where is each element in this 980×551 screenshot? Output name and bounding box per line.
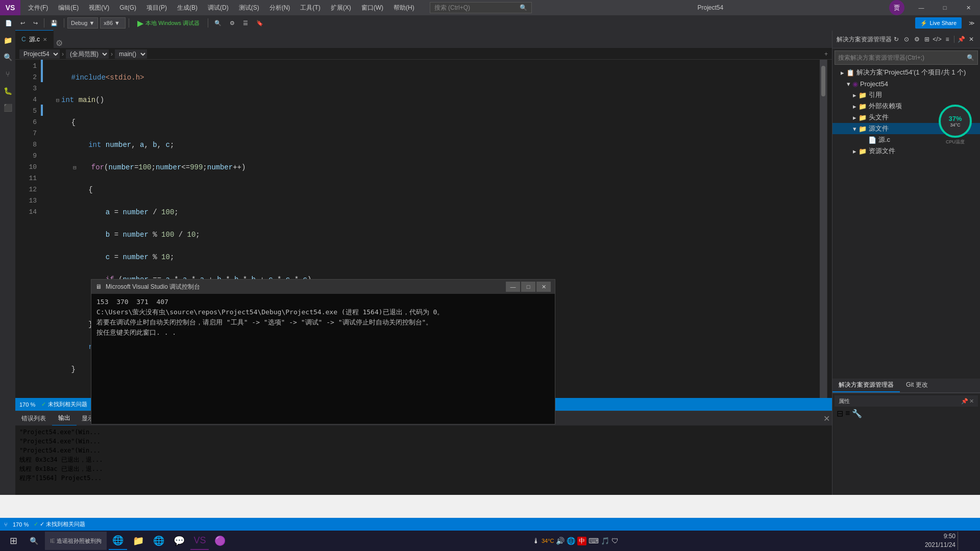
menu-help[interactable]: 帮助(H) bbox=[388, 0, 420, 15]
se-settings-icon[interactable]: ≡ bbox=[943, 35, 952, 44]
menu-test[interactable]: 测试(S) bbox=[234, 0, 264, 15]
menu-bar[interactable]: 文件(F) 编辑(E) 视图(V) Git(G) 项目(P) 生成(B) 调试(… bbox=[23, 0, 420, 15]
tray-sound-icon[interactable]: 🔊 bbox=[556, 537, 565, 545]
menu-window[interactable]: 窗口(W) bbox=[356, 0, 388, 15]
prop-close-icon[interactable]: ✕ bbox=[969, 398, 974, 405]
prop-icon-2[interactable]: ≡ bbox=[845, 409, 850, 418]
breadcrumb-project[interactable]: Project54 bbox=[19, 49, 60, 59]
taskbar-news[interactable]: IE 造谣祖孙照被刑拘 bbox=[45, 532, 107, 550]
tray-language-icon[interactable]: 中 bbox=[577, 537, 586, 545]
tab-source-c[interactable]: C 源.c ✕ bbox=[15, 30, 54, 48]
clock-date: 2021/11/24 bbox=[925, 541, 955, 549]
tray-temp-icon[interactable]: 🌡 bbox=[532, 537, 540, 545]
editor-scrollbar[interactable] bbox=[820, 60, 827, 398]
user-avatar[interactable]: 贾 bbox=[889, 0, 904, 15]
menu-edit[interactable]: 编辑(E) bbox=[53, 0, 84, 15]
taskbar-clock[interactable]: 9:50 2021/11/24 bbox=[925, 532, 955, 549]
output-close-icon[interactable]: ✕ bbox=[821, 414, 832, 423]
se-search-bar[interactable]: 搜索解决方案资源管理器(Ctrl+;) 🔍 bbox=[835, 51, 978, 65]
menu-view[interactable]: 视图(V) bbox=[84, 0, 114, 15]
dc-maximize-button[interactable]: □ bbox=[521, 282, 535, 292]
close-button[interactable]: ✕ bbox=[957, 0, 980, 15]
window-controls[interactable]: — □ ✕ bbox=[910, 0, 980, 15]
debug-config-dropdown[interactable]: Debug ▼ bbox=[67, 17, 98, 29]
toolbar-icon-2[interactable]: ⚙ bbox=[227, 17, 238, 29]
activity-debug[interactable]: 🐛 bbox=[1, 84, 15, 98]
tray-shield-icon[interactable]: 🛡 bbox=[611, 537, 619, 545]
tree-project[interactable]: ▾ ◉ Project54 bbox=[832, 78, 980, 89]
dc-minimize-button[interactable]: — bbox=[506, 282, 520, 292]
se-code-icon[interactable]: </> bbox=[933, 35, 942, 44]
tab-error-list[interactable]: 错误列表 bbox=[15, 411, 52, 425]
toolbar-expand-button[interactable]: ≫ bbox=[966, 17, 978, 29]
menu-analyze[interactable]: 分析(N) bbox=[264, 0, 296, 15]
tray-network-icon[interactable]: 🌐 bbox=[567, 537, 575, 545]
menu-git[interactable]: Git(G) bbox=[114, 0, 141, 15]
activity-extensions[interactable]: ⬛ bbox=[1, 101, 15, 115]
maximize-button[interactable]: □ bbox=[933, 0, 957, 15]
taskbar-ie[interactable]: 🌐 bbox=[109, 532, 127, 550]
debug-console-content: 153 370 371 407 C:\Users\萤火没有虫\source\re… bbox=[91, 294, 555, 424]
se-sync-icon[interactable]: ↻ bbox=[892, 35, 901, 44]
breadcrumb-scope[interactable]: (全局范围) bbox=[66, 49, 109, 59]
save-button[interactable]: 💾 bbox=[47, 17, 61, 29]
search-button[interactable]: 🔍 bbox=[24, 532, 43, 550]
redo-button[interactable]: ↪ bbox=[30, 17, 41, 29]
show-desktop-button[interactable] bbox=[958, 532, 976, 550]
se-filter-icon[interactable]: ⚙ bbox=[912, 35, 921, 44]
zoom-level[interactable]: 170 % bbox=[19, 402, 35, 408]
tab-settings-icon[interactable]: ⚙ bbox=[56, 38, 63, 48]
se-tab-explorer[interactable]: 解决方案资源管理器 bbox=[832, 379, 900, 392]
dc-close-button[interactable]: ✕ bbox=[536, 282, 551, 292]
run-button[interactable]: ▶ 本地 Windows 调试器 bbox=[132, 17, 205, 29]
activity-explorer[interactable]: 📁 bbox=[1, 33, 15, 47]
new-file-button[interactable]: 📄 bbox=[2, 17, 15, 29]
tray-audio-icon[interactable]: 🎵 bbox=[601, 537, 609, 545]
menu-extensions[interactable]: 扩展(X) bbox=[326, 0, 356, 15]
menu-build[interactable]: 生成(B) bbox=[172, 0, 203, 15]
debug-console-window: 🖥 Microsoft Visual Studio 调试控制台 — □ ✕ 15… bbox=[91, 279, 555, 424]
tree-resources[interactable]: ▸ 📁 资源文件 bbox=[832, 145, 980, 157]
prop-icon-1[interactable]: ⊟ bbox=[837, 409, 843, 418]
dc-window-controls[interactable]: — □ ✕ bbox=[506, 282, 551, 292]
prop-icon-3[interactable]: 🔧 bbox=[852, 409, 862, 418]
tab-output[interactable]: 输出 bbox=[52, 411, 77, 425]
activity-git[interactable]: ⑂ bbox=[1, 67, 15, 81]
se-preview-icon[interactable]: ⊞ bbox=[922, 35, 932, 44]
taskbar-wechat[interactable]: 💬 bbox=[170, 532, 188, 550]
status-zoom[interactable]: 170 % bbox=[13, 521, 29, 528]
breadcrumb-function[interactable]: main() bbox=[115, 49, 147, 59]
menu-project[interactable]: 项目(P) bbox=[141, 0, 172, 15]
undo-button[interactable]: ↩ bbox=[17, 17, 28, 29]
se-pin-icon[interactable]: 📌 bbox=[957, 35, 966, 44]
se-tab-git[interactable]: Git 更改 bbox=[900, 379, 934, 392]
toolbar-icon-3[interactable]: ☰ bbox=[240, 17, 251, 29]
se-home-icon[interactable]: ⊙ bbox=[902, 35, 911, 44]
output-line: 线程 0x3c34 已退出，退... bbox=[19, 455, 828, 464]
tray-ime-icon[interactable]: ⌨ bbox=[589, 537, 599, 545]
menu-debug[interactable]: 调试(D) bbox=[203, 0, 234, 15]
tree-references[interactable]: ▸ 📁 引用 bbox=[832, 89, 980, 101]
taskbar-vs[interactable]: VS bbox=[190, 532, 209, 550]
hdr-expand-icon: ▸ bbox=[853, 114, 856, 121]
minimize-button[interactable]: — bbox=[910, 0, 933, 15]
toolbar-icon-1[interactable]: 🔍 bbox=[211, 17, 225, 29]
taskbar-app[interactable]: 🟣 bbox=[211, 532, 229, 550]
live-share-button[interactable]: ⚡ Live Share bbox=[915, 17, 962, 29]
ref-label: 引用 bbox=[869, 90, 882, 99]
taskbar-file-explorer[interactable]: 📁 bbox=[129, 532, 148, 550]
taskbar-chrome[interactable]: 🌐 bbox=[150, 532, 168, 550]
se-bottom-section: 解决方案资源管理器 Git 更改 属性 📌 ✕ ⊟ ≡ 🔧 bbox=[832, 379, 980, 495]
tab-close-icon[interactable]: ✕ bbox=[43, 37, 47, 42]
prop-pin-icon[interactable]: 📌 bbox=[961, 398, 968, 405]
search-box[interactable]: 搜索 (Ctrl+Q) 🔍 bbox=[430, 2, 532, 13]
start-button[interactable]: ⊞ bbox=[4, 532, 22, 550]
se-close-panel-icon[interactable]: ✕ bbox=[967, 35, 976, 44]
breadcrumb-add-icon[interactable]: + bbox=[824, 51, 828, 58]
menu-file[interactable]: 文件(F) bbox=[23, 0, 53, 15]
platform-dropdown[interactable]: x86 ▼ bbox=[100, 17, 126, 29]
toolbar-icon-4[interactable]: 🔖 bbox=[253, 17, 266, 29]
activity-search[interactable]: 🔍 bbox=[1, 50, 15, 64]
menu-tools[interactable]: 工具(T) bbox=[295, 0, 325, 15]
tree-solution[interactable]: ▸ 📋 解决方案'Project54'(1 个项目/共 1 个) bbox=[832, 67, 980, 78]
